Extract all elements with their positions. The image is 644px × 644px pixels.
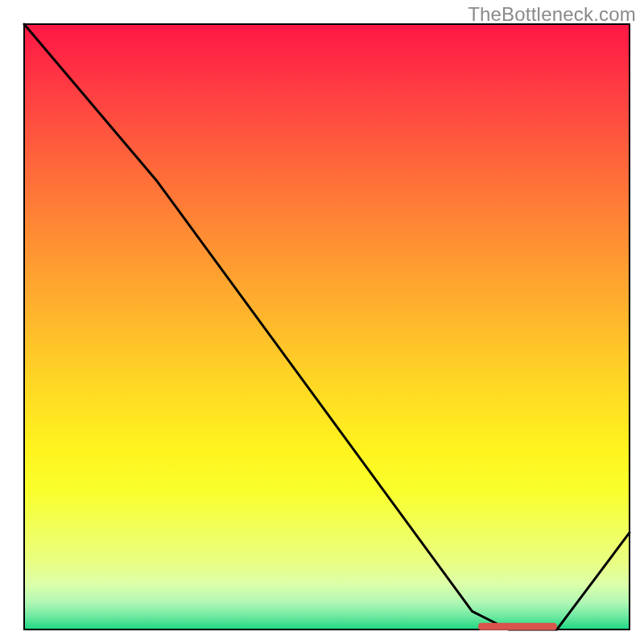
bottleneck-chart <box>0 0 644 644</box>
optimal-range-marker <box>478 623 557 630</box>
plot-background <box>24 24 630 630</box>
watermark-text: TheBottleneck.com <box>468 3 636 26</box>
